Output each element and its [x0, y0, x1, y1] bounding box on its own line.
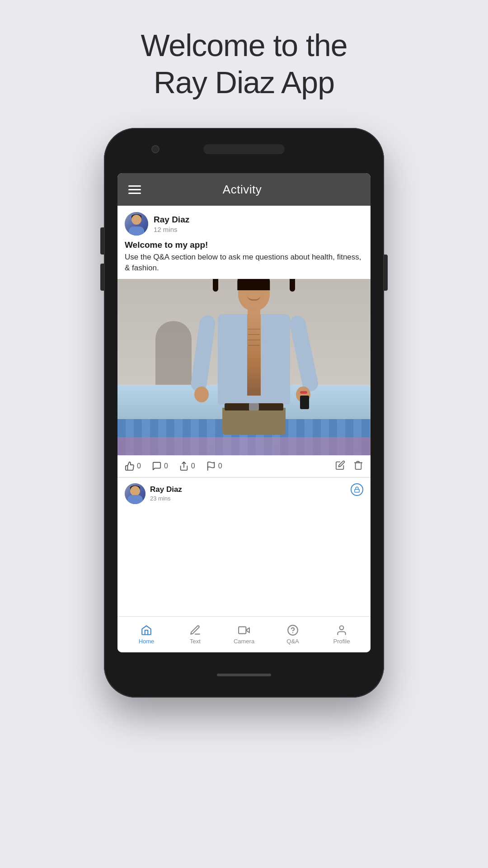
- feed: Ray Diaz 12 mins Welcome to my app! Use …: [117, 206, 371, 616]
- edit-icon: [335, 460, 345, 470]
- post-time: 12 mins: [154, 226, 189, 233]
- menu-button[interactable]: [128, 185, 141, 194]
- svg-rect-2: [355, 489, 360, 492]
- power-button[interactable]: [384, 255, 388, 291]
- nav-camera-label: Camera: [234, 638, 254, 645]
- post-text-body: Use the Q&A section below to ask me ques…: [125, 252, 363, 274]
- home-indicator: [217, 674, 271, 676]
- delete-button[interactable]: [353, 460, 363, 472]
- edit-button[interactable]: [335, 460, 345, 472]
- post-text: Welcome to my app! Use the Q&A section b…: [117, 240, 371, 279]
- post-author: Ray Diaz: [154, 215, 189, 225]
- flag-icon: [206, 461, 216, 471]
- nav-home-label: Home: [139, 638, 155, 645]
- nav-text-label: Text: [190, 638, 201, 645]
- profile-icon: [336, 624, 347, 636]
- nav-profile-label: Profile: [333, 638, 350, 645]
- share-count: 0: [191, 462, 195, 470]
- trash-icon: [353, 460, 363, 470]
- nav-camera[interactable]: Camera: [226, 624, 262, 645]
- post-item: Ray Diaz 12 mins Welcome to my app! Use …: [117, 206, 371, 477]
- home-icon: [141, 624, 152, 636]
- person-figure: [204, 279, 304, 428]
- phone-top-bezel: [104, 128, 384, 173]
- nav-home[interactable]: Home: [128, 624, 164, 645]
- svg-point-7: [340, 626, 344, 630]
- app-header: Activity: [117, 173, 371, 206]
- post-actions: 0 0 0 0: [117, 455, 371, 477]
- svg-marker-3: [246, 628, 249, 633]
- post-time-2: 23 mins: [150, 495, 182, 502]
- volume-up-button[interactable]: [100, 227, 104, 255]
- post-header: Ray Diaz 12 mins: [117, 206, 371, 240]
- lock-icon: [354, 486, 360, 493]
- page-title: Welcome to the Ray Diaz App: [141, 27, 347, 101]
- thumbs-up-icon: [125, 461, 135, 471]
- share-button[interactable]: 0: [179, 461, 195, 471]
- post-author-2: Ray Diaz: [150, 485, 182, 494]
- phone-shell: Activity Ray Diaz 12 mins: [104, 128, 384, 698]
- flag-button[interactable]: 0: [206, 461, 222, 471]
- bottom-nav: Home Text Camera Q&A Profile: [117, 616, 371, 652]
- phone-bottom-bezel: [217, 652, 271, 698]
- like-count: 0: [137, 462, 141, 470]
- share-icon: [179, 461, 189, 471]
- screen-title: Activity: [141, 183, 343, 197]
- post-meta: Ray Diaz 12 mins: [154, 215, 189, 233]
- post-text-title: Welcome to my app!: [125, 240, 363, 250]
- text-icon: [189, 624, 201, 636]
- post-meta-2: Ray Diaz 23 mins: [150, 485, 182, 502]
- avatar-2: [125, 483, 145, 504]
- front-camera: [151, 145, 160, 153]
- nav-profile[interactable]: Profile: [324, 624, 360, 645]
- nav-qa[interactable]: Q&A: [275, 624, 311, 645]
- avatar[interactable]: [125, 212, 148, 236]
- comment-button[interactable]: 0: [152, 461, 168, 471]
- earpiece-speaker: [203, 144, 285, 154]
- comment-count: 0: [164, 462, 168, 470]
- like-button[interactable]: 0: [125, 461, 141, 471]
- nav-text[interactable]: Text: [177, 624, 213, 645]
- nav-qa-label: Q&A: [286, 638, 299, 645]
- svg-rect-4: [239, 627, 246, 634]
- qa-icon: [287, 624, 299, 636]
- camera-icon: [238, 624, 250, 636]
- volume-down-button[interactable]: [100, 264, 104, 291]
- phone-screen: Activity Ray Diaz 12 mins: [117, 173, 371, 652]
- comment-icon: [152, 461, 162, 471]
- lock-badge: [351, 483, 363, 496]
- post-image[interactable]: [117, 279, 371, 455]
- post-preview[interactable]: Ray Diaz 23 mins: [117, 477, 371, 509]
- flag-count: 0: [218, 462, 222, 470]
